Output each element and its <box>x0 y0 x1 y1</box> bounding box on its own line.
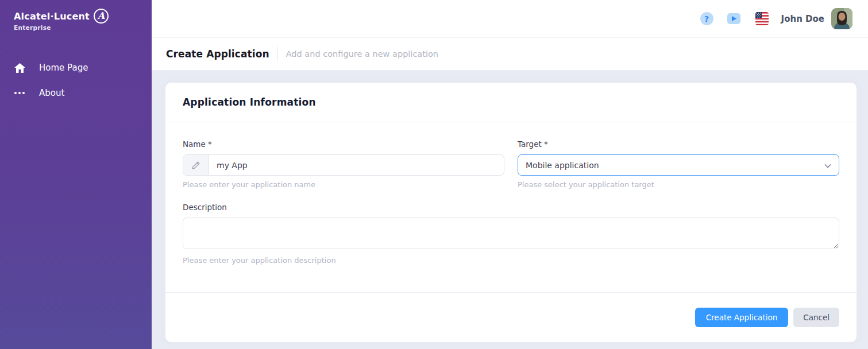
sidebar-item-about[interactable]: About <box>0 80 152 106</box>
card-header: Application Information <box>165 83 857 122</box>
language-flag-icon[interactable] <box>755 12 769 25</box>
target-label: Target * <box>518 139 839 149</box>
target-selected-value: Mobile application <box>526 161 599 170</box>
help-icon[interactable]: ? <box>700 12 713 25</box>
card-footer: Create Application Cancel <box>165 292 857 342</box>
chevron-down-icon <box>824 160 831 170</box>
brand-subtitle: Enterprise <box>14 24 152 31</box>
card-body: Name * Please enter your <box>165 122 857 292</box>
user-name[interactable]: John Doe <box>781 14 824 24</box>
app-root: Alcatel·Lucent A Enterprise Home Page Ab… <box>0 0 868 349</box>
page-title: Create Application <box>166 48 269 60</box>
description-field: Description Please enter your applicatio… <box>183 203 839 265</box>
sidebar-item-label: Home Page <box>39 63 88 73</box>
target-field: Target * Mobile application Please selec… <box>518 139 839 189</box>
application-description-textarea[interactable] <box>183 218 839 249</box>
name-field: Name * Please enter your <box>183 139 504 189</box>
topbar: ? <box>152 0 868 38</box>
home-icon <box>14 63 25 73</box>
name-label: Name * <box>183 139 504 149</box>
title-divider <box>277 46 278 61</box>
description-label: Description <box>183 203 839 212</box>
name-helper-text: Please enter your application name <box>183 180 504 189</box>
application-information-card: Application Information Name * <box>165 83 857 342</box>
sidebar-item-home[interactable]: Home Page <box>0 55 152 80</box>
video-tutorial-icon[interactable] <box>727 13 740 24</box>
page-subtitle: Add and configure a new application <box>286 49 438 59</box>
card-title: Application Information <box>183 96 316 108</box>
target-helper-text: Please select your application target <box>518 180 839 189</box>
target-select[interactable]: Mobile application <box>518 154 839 176</box>
main-area: ? <box>152 0 868 349</box>
name-input-group <box>183 154 504 176</box>
create-application-button[interactable]: Create Application <box>695 308 789 327</box>
content-area: Application Information Name * <box>152 70 868 349</box>
application-name-input[interactable] <box>209 155 504 175</box>
ellipsis-icon <box>14 92 25 94</box>
sidebar-nav: Home Page About <box>0 55 152 106</box>
description-helper-text: Please enter your application descriptio… <box>183 256 839 265</box>
brand-name: Alcatel·Lucent <box>14 11 90 22</box>
pencil-icon <box>183 155 209 175</box>
page-title-bar: Create Application Add and configure a n… <box>152 38 868 70</box>
sidebar: Alcatel·Lucent A Enterprise Home Page Ab… <box>0 0 152 349</box>
user-avatar[interactable] <box>831 8 852 29</box>
sidebar-item-label: About <box>39 88 64 98</box>
brand-monogram-icon: A <box>94 9 109 24</box>
cancel-button[interactable]: Cancel <box>793 308 839 327</box>
brand-logo[interactable]: Alcatel·Lucent A Enterprise <box>0 0 152 31</box>
